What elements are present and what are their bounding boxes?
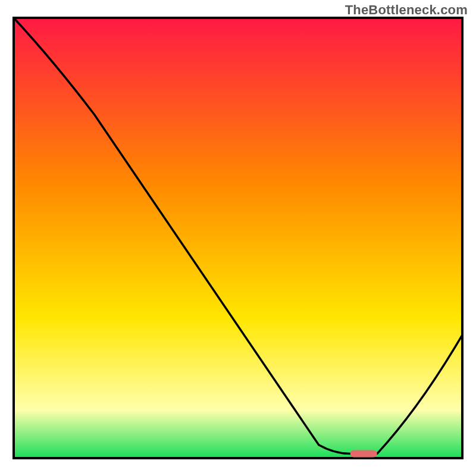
plot-background [14, 18, 462, 458]
optimal-marker [350, 450, 377, 458]
bottleneck-chart [0, 0, 476, 476]
